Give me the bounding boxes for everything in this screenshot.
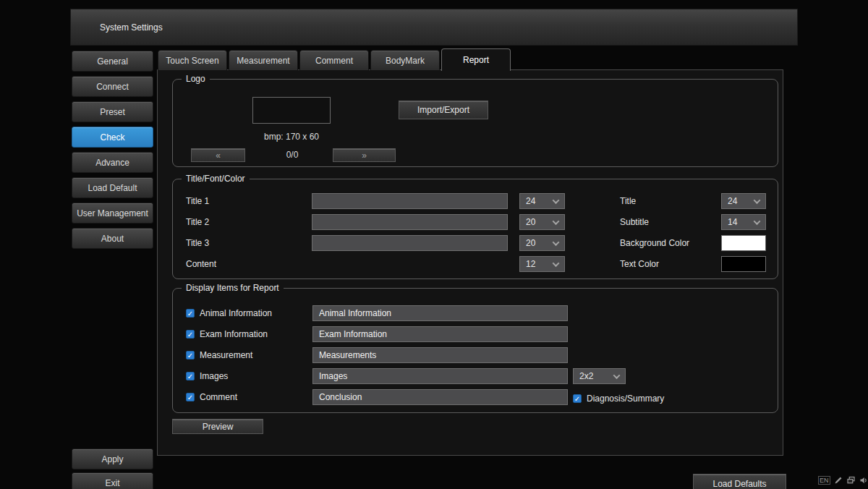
stylus-icon xyxy=(834,476,843,485)
title2-size-dropdown[interactable]: 20 xyxy=(519,214,565,230)
title3-input[interactable] xyxy=(312,235,508,251)
subtitle-size-label: Subtitle xyxy=(620,217,649,227)
apply-button[interactable]: Apply xyxy=(72,448,153,469)
title-font-color-section-title: Title/Font/Color xyxy=(182,174,250,184)
text-color-label: Text Color xyxy=(620,259,659,269)
chevron-down-icon xyxy=(553,239,560,246)
sidebar-item-check[interactable]: Check xyxy=(72,127,153,148)
settings-tabs: Touch Screen Measurement Comment BodyMar… xyxy=(158,48,511,70)
import-export-button[interactable]: Import/Export xyxy=(399,101,488,119)
comment-checkbox[interactable]: ✓ xyxy=(186,393,195,401)
diagnosis-summary-checkbox-label: Diagnosis/Summary xyxy=(587,394,664,404)
exit-button[interactable]: Exit xyxy=(72,472,153,489)
animal-information-checkbox-label: Animal Information xyxy=(200,308,272,318)
measurement-checkbox-label: Measurement xyxy=(200,350,252,360)
speaker-icon xyxy=(859,476,868,485)
tab-touch-screen[interactable]: Touch Screen xyxy=(158,50,227,70)
tab-bodymark[interactable]: BodyMark xyxy=(370,50,440,70)
chevron-down-icon xyxy=(553,218,560,225)
comment-field[interactable] xyxy=(312,389,568,405)
background-color-swatch[interactable] xyxy=(721,235,766,251)
images-checkbox[interactable]: ✓ xyxy=(186,372,195,380)
title3-size-dropdown[interactable]: 20 xyxy=(519,235,565,251)
load-defaults-button[interactable]: Load Defaults xyxy=(693,474,786,489)
exam-information-checkbox-label: Exam Information xyxy=(200,329,268,339)
chevron-down-icon xyxy=(754,218,761,225)
content-size-dropdown[interactable]: 12 xyxy=(519,256,565,272)
images-layout-dropdown[interactable]: 2x2 xyxy=(573,368,626,384)
display-items-section-title: Display Items for Report xyxy=(182,283,284,293)
title-size-label: Title xyxy=(620,196,636,206)
background-color-label: Background Color xyxy=(620,238,689,248)
logo-section-title: Logo xyxy=(182,74,210,84)
title-font-color-section: Title/Font/Color Title 1 24 Title 2 20 T… xyxy=(172,179,778,279)
subtitle-size-dropdown[interactable]: 14 xyxy=(721,214,766,230)
images-checkbox-label: Images xyxy=(200,371,228,381)
logo-prev-button[interactable]: « xyxy=(191,148,245,162)
logo-section: Logo bmp: 170 x 60 Import/Export « 0/0 » xyxy=(172,79,778,167)
measurement-checkbox[interactable]: ✓ xyxy=(186,351,195,360)
title2-input[interactable] xyxy=(312,214,508,230)
chevron-down-icon xyxy=(553,260,560,267)
title3-label: Title 3 xyxy=(186,238,209,248)
title-size-dropdown[interactable]: 24 xyxy=(721,193,766,209)
report-settings-panel: Logo bmp: 170 x 60 Import/Export « 0/0 »… xyxy=(157,69,783,456)
logo-next-button[interactable]: » xyxy=(333,148,396,162)
sidebar-item-preset[interactable]: Preset xyxy=(72,101,153,122)
chevron-down-icon xyxy=(553,197,560,204)
title1-size-dropdown[interactable]: 24 xyxy=(519,193,565,209)
diagnosis-summary-checkbox[interactable]: ✓ xyxy=(573,394,582,403)
measurement-checkbox-row: ✓ Measurement xyxy=(186,350,252,360)
content-label: Content xyxy=(186,259,216,269)
chevron-down-icon xyxy=(754,197,761,204)
diagnosis-summary-checkbox-row: ✓ Diagnosis/Summary xyxy=(573,394,664,404)
sidebar: General Connect Preset Check Advance Loa… xyxy=(72,51,153,249)
dual-display-icon xyxy=(846,476,856,485)
sidebar-item-user-management[interactable]: User Management xyxy=(72,203,153,224)
status-bar: EN xyxy=(818,475,868,486)
sidebar-item-connect[interactable]: Connect xyxy=(72,76,153,97)
sidebar-bottom: Apply Exit xyxy=(72,448,153,489)
exam-information-checkbox[interactable]: ✓ xyxy=(186,330,195,339)
animal-information-field[interactable] xyxy=(312,305,568,321)
logo-preview xyxy=(252,97,331,124)
preview-button[interactable]: Preview xyxy=(172,419,263,434)
language-indicator: EN xyxy=(818,476,830,485)
animal-information-checkbox-row: ✓ Animal Information xyxy=(186,308,272,318)
logo-dimensions-caption: bmp: 170 x 60 xyxy=(242,132,341,142)
images-field[interactable] xyxy=(312,368,568,384)
measurement-field[interactable] xyxy=(312,347,568,363)
sidebar-item-load-default[interactable]: Load Default xyxy=(72,177,153,198)
exam-information-field[interactable] xyxy=(312,326,568,342)
comment-checkbox-row: ✓ Comment xyxy=(186,392,237,402)
title1-label: Title 1 xyxy=(186,196,209,206)
animal-information-checkbox[interactable]: ✓ xyxy=(186,309,195,318)
chevron-down-icon xyxy=(613,372,621,379)
tab-report[interactable]: Report xyxy=(441,48,511,71)
logo-page-indicator: 0/0 xyxy=(267,150,318,160)
comment-checkbox-label: Comment xyxy=(200,392,237,402)
display-items-section: Display Items for Report ✓ Animal Inform… xyxy=(172,288,778,413)
sidebar-item-general[interactable]: General xyxy=(72,51,153,72)
tab-comment[interactable]: Comment xyxy=(299,50,369,70)
window-titlebar: System Settings xyxy=(70,9,798,46)
sidebar-item-about[interactable]: About xyxy=(72,228,153,249)
tab-measurement[interactable]: Measurement xyxy=(229,50,298,70)
title2-label: Title 2 xyxy=(186,217,209,227)
page-title: System Settings xyxy=(100,22,163,33)
sidebar-item-advance[interactable]: Advance xyxy=(72,152,153,173)
images-checkbox-row: ✓ Images xyxy=(186,371,228,381)
text-color-swatch[interactable] xyxy=(721,256,766,272)
title1-input[interactable] xyxy=(312,193,508,209)
exam-information-checkbox-row: ✓ Exam Information xyxy=(186,329,268,339)
